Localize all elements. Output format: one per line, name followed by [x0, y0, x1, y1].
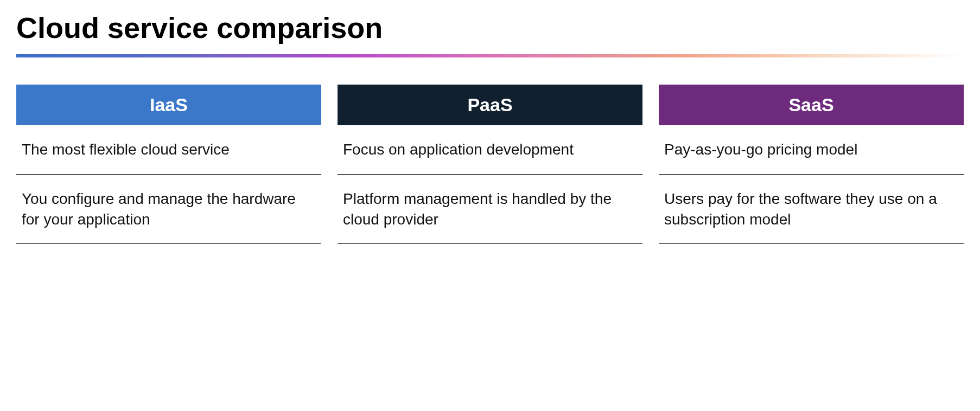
column-header-paas: PaaS [338, 85, 642, 125]
page-title: Cloud service comparison [16, 11, 964, 44]
iaas-row-1: The most flexible cloud service [16, 125, 321, 175]
comparison-columns: IaaS The most flexible cloud service You… [16, 85, 964, 244]
saas-row-1: Pay-as-you-go pricing model [659, 125, 964, 175]
saas-row-2: Users pay for the software they use on a… [659, 175, 964, 245]
column-iaas: IaaS The most flexible cloud service You… [16, 85, 321, 244]
paas-row-2: Platform management is handled by the cl… [338, 175, 642, 245]
paas-row-1: Focus on application development [338, 125, 642, 175]
iaas-row-2: You configure and manage the hardware fo… [16, 175, 321, 245]
column-paas: PaaS Focus on application development Pl… [338, 85, 642, 244]
column-header-iaas: IaaS [16, 85, 321, 125]
column-header-saas: SaaS [659, 85, 964, 125]
column-saas: SaaS Pay-as-you-go pricing model Users p… [659, 85, 964, 244]
title-underline [16, 54, 964, 57]
